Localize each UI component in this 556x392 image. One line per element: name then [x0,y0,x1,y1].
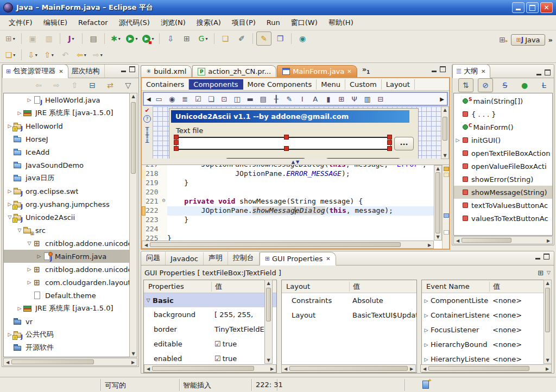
run-button[interactable]: ▶▾ [124,31,140,46]
view-menu-icon[interactable]: ▽ [547,270,551,275]
sort-button[interactable]: ⇅ [458,78,473,92]
palette-tab[interactable]: Layout [382,79,415,90]
back-button[interactable]: ⇦▾ [74,48,89,62]
annotation-marker[interactable] [444,213,449,218]
web-browser-button[interactable]: ◉ [295,31,310,46]
designer-help-icon[interactable]: ? [143,115,151,123]
outline-item[interactable]: textToValuesButtonAc [454,199,552,212]
palette-progress-bar-icon[interactable]: ▮ [322,95,335,103]
open-perspective-icon[interactable]: ⊞▸ [499,35,508,44]
palette-text-area-icon[interactable]: ▥ [361,95,374,103]
view-tab[interactable]: Javadoc [166,252,204,265]
palette-text-pane-icon[interactable]: ▤ [257,95,270,103]
view-tab[interactable]: ⊞GUI Properties✕ [260,252,336,265]
view-tab[interactable]: 控制台 [228,251,260,265]
view-menu-button[interactable]: ▽ [121,78,136,92]
tree-item[interactable]: ▷JRE 系统库 [java-1.5.0] [4,106,137,119]
tree-expander-icon[interactable]: ▷ [16,306,23,311]
tree-item[interactable]: HorseJ [4,132,137,146]
hide-nonpublic-button[interactable]: ● [517,78,532,92]
tree-expander-icon[interactable]: ▷ [26,97,33,103]
tree-expander-icon[interactable]: ▷ [422,298,431,304]
outline-item[interactable]: Smain(String[]) [454,94,552,108]
property-row[interactable]: borderTinyTextFieldE [144,322,276,337]
designer-select-icon[interactable]: ✔ [144,108,149,113]
editor-tab[interactable]: Paction_zh_CN.pr... [192,65,276,77]
align-bottom-icon[interactable]: ╨ [146,140,149,146]
close-button[interactable]: ✕ [540,2,553,13]
outline-item[interactable]: showMessage(String) [454,186,552,199]
maximize-view-icon[interactable] [545,69,551,75]
tree-item[interactable]: ▷JMainForm.java [4,250,137,263]
palette-layered-pane-icon[interactable]: ❏ [205,95,218,103]
progress-jobs-icon[interactable] [422,381,429,389]
events-horizontal-scrollbar[interactable]: ◀▶ [420,364,552,372]
close-icon[interactable]: ✕ [481,68,485,74]
tree-expander-icon[interactable]: ▷ [422,342,431,347]
property-row[interactable]: ▷HierarchyBound<none> [422,337,551,352]
minimize-view-icon[interactable] [535,254,540,260]
open-file-button[interactable]: ❏▾ [3,48,18,62]
properties-horizontal-scrollbar[interactable]: ◀▶ [144,364,276,372]
table-layout-icon[interactable]: ⊞ [538,269,544,277]
new-java-element-button[interactable]: J▾ [64,31,79,46]
editor-tab[interactable]: MainForm.java✕ [277,65,357,77]
property-row[interactable]: editable☑true [144,337,276,351]
palette-tab[interactable]: Menu [317,79,345,90]
tree-item[interactable]: ▷JRE 系统库 [java-1.5.0] [4,302,137,315]
selection-handle[interactable] [174,140,179,145]
java-code-editor[interactable]: 217 JOptionPane.showMessageDialog(this, … [142,165,449,249]
tree-expander-icon[interactable]: ▷ [26,280,33,285]
tree-item[interactable]: java日历 [4,172,137,185]
palette-tabbed-pane-icon[interactable]: ⊡ [218,95,231,103]
tree-item[interactable]: ▽⊞cnitblog.addone.unicode [4,237,137,250]
palette-combo-box-icon[interactable]: ◫ [231,95,244,103]
previous-annotation-button[interactable]: ⇧▾ [41,48,56,62]
palette-scroll-pane-icon[interactable]: ⊟ [374,95,387,103]
palette-tab[interactable]: Custom [345,79,382,90]
minimize-button[interactable] [512,2,525,13]
designer-code-sash[interactable]: ▲▼ [142,159,449,165]
menu-item[interactable]: 帮助(H) [323,16,359,29]
tree-item[interactable]: ▽⊞src [4,224,137,237]
outline-item[interactable]: valuesToTextButtonAc [454,212,552,225]
tree-expander-icon[interactable]: ▽ [16,227,23,233]
collapse-all-button[interactable]: ⊟ [85,78,100,92]
maximize-editor-icon[interactable] [440,66,446,72]
perspective-more-chevron[interactable]: » [548,36,553,44]
tree-expander-icon[interactable]: ▷ [35,254,43,259]
view-tab[interactable]: ⊞包资源管理器✕ [2,64,68,78]
java-perspective-button[interactable]: ⊞ J Java [511,34,545,46]
checkbox-checked-icon[interactable]: ☑ [214,355,221,363]
new-package-button[interactable]: ⊞ [179,31,194,46]
palette-tree-icon[interactable]: Ψ [348,95,361,103]
outline-item[interactable]: openValueFileBoxActi [454,160,552,173]
tree-item[interactable]: Default.theme [4,289,137,302]
editor-list-button[interactable]: ❐ [273,31,288,46]
palette-button-icon[interactable]: ▭ [153,95,166,103]
search-button[interactable]: ✐ [234,31,249,46]
view-tab[interactable]: 声明 [204,251,228,265]
palette-label-icon[interactable]: A [309,95,322,103]
menu-item[interactable]: 文件(F) [3,16,38,29]
checkbox-checked-icon[interactable]: ☑ [214,340,221,348]
tree-vertical-scrollbar[interactable]: ▲▼ [129,93,137,357]
maximize-view-icon[interactable] [129,66,135,72]
align-top-icon[interactable]: ╥ [146,124,149,130]
restore-button[interactable] [526,2,539,13]
property-row[interactable]: ConstraintsAbsolute [282,293,416,308]
debug-button[interactable]: ✱▾ [108,31,123,46]
tree-expander-icon[interactable]: ▷ [422,313,431,318]
selection-handle[interactable] [387,146,392,151]
tree-expander-icon[interactable]: ▷ [16,110,23,116]
palette-editor-pane-icon[interactable]: ✎ [283,95,296,103]
palette-text-field-icon[interactable]: I [296,95,309,103]
tree-item[interactable]: ▷⊞cnitblog.addone.unicode [4,263,137,276]
tree-item[interactable]: vr [4,315,137,328]
palette-tab[interactable]: Components [189,79,243,90]
selection-handle[interactable] [387,135,392,140]
tree-item[interactable]: IceAdd [4,146,137,159]
palette-list-icon[interactable]: ≣ [179,95,192,103]
tree-item[interactable]: ▷Jorg.eclipse.swt [4,185,137,198]
maximize-view-icon[interactable] [544,254,549,260]
